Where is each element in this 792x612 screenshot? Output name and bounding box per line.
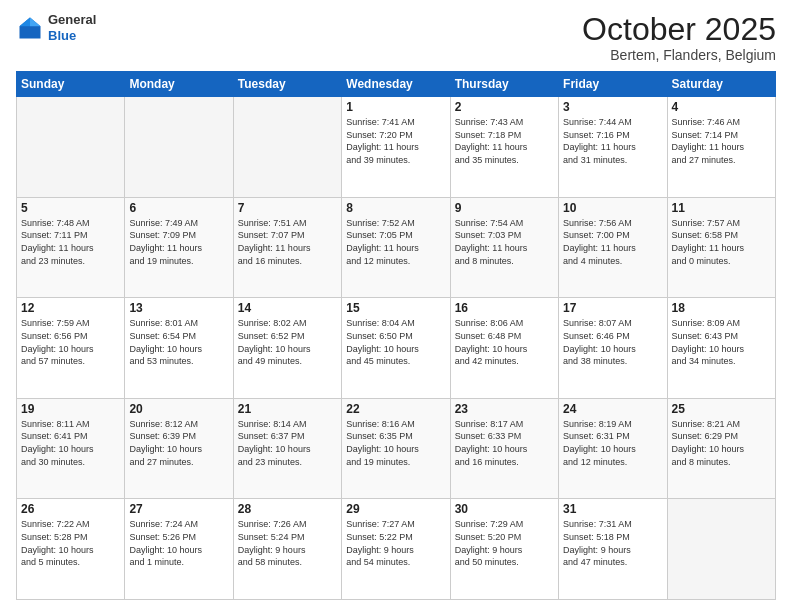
- calendar-cell: 30Sunrise: 7:29 AM Sunset: 5:20 PM Dayli…: [450, 499, 558, 600]
- day-info: Sunrise: 8:04 AM Sunset: 6:50 PM Dayligh…: [346, 317, 445, 367]
- day-info: Sunrise: 8:21 AM Sunset: 6:29 PM Dayligh…: [672, 418, 771, 468]
- day-number: 13: [129, 301, 228, 315]
- day-number: 16: [455, 301, 554, 315]
- logo-text: General Blue: [48, 12, 96, 43]
- day-number: 15: [346, 301, 445, 315]
- calendar-week-row: 1Sunrise: 7:41 AM Sunset: 7:20 PM Daylig…: [17, 97, 776, 198]
- day-info: Sunrise: 8:17 AM Sunset: 6:33 PM Dayligh…: [455, 418, 554, 468]
- day-info: Sunrise: 7:52 AM Sunset: 7:05 PM Dayligh…: [346, 217, 445, 267]
- logo-blue: Blue: [48, 28, 96, 44]
- calendar-cell: [233, 97, 341, 198]
- day-info: Sunrise: 7:43 AM Sunset: 7:18 PM Dayligh…: [455, 116, 554, 166]
- day-number: 8: [346, 201, 445, 215]
- calendar-cell: 25Sunrise: 8:21 AM Sunset: 6:29 PM Dayli…: [667, 398, 775, 499]
- day-info: Sunrise: 7:57 AM Sunset: 6:58 PM Dayligh…: [672, 217, 771, 267]
- day-number: 11: [672, 201, 771, 215]
- day-number: 17: [563, 301, 662, 315]
- calendar-cell: 5Sunrise: 7:48 AM Sunset: 7:11 PM Daylig…: [17, 197, 125, 298]
- day-info: Sunrise: 8:19 AM Sunset: 6:31 PM Dayligh…: [563, 418, 662, 468]
- calendar-cell: 28Sunrise: 7:26 AM Sunset: 5:24 PM Dayli…: [233, 499, 341, 600]
- day-info: Sunrise: 7:46 AM Sunset: 7:14 PM Dayligh…: [672, 116, 771, 166]
- calendar-cell: 27Sunrise: 7:24 AM Sunset: 5:26 PM Dayli…: [125, 499, 233, 600]
- day-number: 4: [672, 100, 771, 114]
- weekday-header: Monday: [125, 72, 233, 97]
- weekday-header: Friday: [559, 72, 667, 97]
- day-info: Sunrise: 7:44 AM Sunset: 7:16 PM Dayligh…: [563, 116, 662, 166]
- day-info: Sunrise: 7:27 AM Sunset: 5:22 PM Dayligh…: [346, 518, 445, 568]
- calendar-cell: 14Sunrise: 8:02 AM Sunset: 6:52 PM Dayli…: [233, 298, 341, 399]
- calendar-subtitle: Bertem, Flanders, Belgium: [582, 47, 776, 63]
- calendar-cell: 16Sunrise: 8:06 AM Sunset: 6:48 PM Dayli…: [450, 298, 558, 399]
- calendar-week-row: 19Sunrise: 8:11 AM Sunset: 6:41 PM Dayli…: [17, 398, 776, 499]
- calendar-cell: 31Sunrise: 7:31 AM Sunset: 5:18 PM Dayli…: [559, 499, 667, 600]
- header: General Blue October 2025 Bertem, Flande…: [16, 12, 776, 63]
- svg-marker-1: [30, 17, 41, 26]
- day-number: 22: [346, 402, 445, 416]
- day-number: 9: [455, 201, 554, 215]
- calendar-title: October 2025: [582, 12, 776, 47]
- calendar-cell: 26Sunrise: 7:22 AM Sunset: 5:28 PM Dayli…: [17, 499, 125, 600]
- day-info: Sunrise: 8:12 AM Sunset: 6:39 PM Dayligh…: [129, 418, 228, 468]
- calendar-cell: 10Sunrise: 7:56 AM Sunset: 7:00 PM Dayli…: [559, 197, 667, 298]
- calendar-cell: 13Sunrise: 8:01 AM Sunset: 6:54 PM Dayli…: [125, 298, 233, 399]
- calendar-cell: 23Sunrise: 8:17 AM Sunset: 6:33 PM Dayli…: [450, 398, 558, 499]
- day-info: Sunrise: 7:26 AM Sunset: 5:24 PM Dayligh…: [238, 518, 337, 568]
- calendar-cell: 4Sunrise: 7:46 AM Sunset: 7:14 PM Daylig…: [667, 97, 775, 198]
- calendar-cell: 24Sunrise: 8:19 AM Sunset: 6:31 PM Dayli…: [559, 398, 667, 499]
- day-number: 25: [672, 402, 771, 416]
- day-number: 12: [21, 301, 120, 315]
- day-number: 18: [672, 301, 771, 315]
- day-info: Sunrise: 7:49 AM Sunset: 7:09 PM Dayligh…: [129, 217, 228, 267]
- day-info: Sunrise: 8:16 AM Sunset: 6:35 PM Dayligh…: [346, 418, 445, 468]
- day-info: Sunrise: 8:06 AM Sunset: 6:48 PM Dayligh…: [455, 317, 554, 367]
- page: General Blue October 2025 Bertem, Flande…: [0, 0, 792, 612]
- weekday-header: Thursday: [450, 72, 558, 97]
- calendar-cell: 17Sunrise: 8:07 AM Sunset: 6:46 PM Dayli…: [559, 298, 667, 399]
- calendar-cell: 11Sunrise: 7:57 AM Sunset: 6:58 PM Dayli…: [667, 197, 775, 298]
- day-info: Sunrise: 7:31 AM Sunset: 5:18 PM Dayligh…: [563, 518, 662, 568]
- calendar-cell: 6Sunrise: 7:49 AM Sunset: 7:09 PM Daylig…: [125, 197, 233, 298]
- day-number: 1: [346, 100, 445, 114]
- day-info: Sunrise: 7:41 AM Sunset: 7:20 PM Dayligh…: [346, 116, 445, 166]
- calendar-cell: 12Sunrise: 7:59 AM Sunset: 6:56 PM Dayli…: [17, 298, 125, 399]
- day-number: 29: [346, 502, 445, 516]
- calendar-cell: 22Sunrise: 8:16 AM Sunset: 6:35 PM Dayli…: [342, 398, 450, 499]
- calendar-table: SundayMondayTuesdayWednesdayThursdayFrid…: [16, 71, 776, 600]
- day-info: Sunrise: 7:24 AM Sunset: 5:26 PM Dayligh…: [129, 518, 228, 568]
- logo: General Blue: [16, 12, 96, 43]
- svg-marker-2: [20, 17, 31, 26]
- logo-general: General: [48, 12, 96, 28]
- weekday-header: Sunday: [17, 72, 125, 97]
- calendar-cell: 1Sunrise: 7:41 AM Sunset: 7:20 PM Daylig…: [342, 97, 450, 198]
- calendar-cell: 29Sunrise: 7:27 AM Sunset: 5:22 PM Dayli…: [342, 499, 450, 600]
- day-number: 2: [455, 100, 554, 114]
- day-info: Sunrise: 8:11 AM Sunset: 6:41 PM Dayligh…: [21, 418, 120, 468]
- calendar-cell: 15Sunrise: 8:04 AM Sunset: 6:50 PM Dayli…: [342, 298, 450, 399]
- day-number: 20: [129, 402, 228, 416]
- day-number: 27: [129, 502, 228, 516]
- calendar-cell: 18Sunrise: 8:09 AM Sunset: 6:43 PM Dayli…: [667, 298, 775, 399]
- weekday-header: Tuesday: [233, 72, 341, 97]
- day-number: 6: [129, 201, 228, 215]
- day-number: 3: [563, 100, 662, 114]
- calendar-week-row: 5Sunrise: 7:48 AM Sunset: 7:11 PM Daylig…: [17, 197, 776, 298]
- day-number: 7: [238, 201, 337, 215]
- day-info: Sunrise: 7:22 AM Sunset: 5:28 PM Dayligh…: [21, 518, 120, 568]
- day-number: 14: [238, 301, 337, 315]
- calendar-week-row: 26Sunrise: 7:22 AM Sunset: 5:28 PM Dayli…: [17, 499, 776, 600]
- title-block: October 2025 Bertem, Flanders, Belgium: [582, 12, 776, 63]
- day-number: 23: [455, 402, 554, 416]
- header-row: SundayMondayTuesdayWednesdayThursdayFrid…: [17, 72, 776, 97]
- day-info: Sunrise: 7:56 AM Sunset: 7:00 PM Dayligh…: [563, 217, 662, 267]
- calendar-cell: 8Sunrise: 7:52 AM Sunset: 7:05 PM Daylig…: [342, 197, 450, 298]
- day-info: Sunrise: 7:29 AM Sunset: 5:20 PM Dayligh…: [455, 518, 554, 568]
- day-info: Sunrise: 7:51 AM Sunset: 7:07 PM Dayligh…: [238, 217, 337, 267]
- calendar-week-row: 12Sunrise: 7:59 AM Sunset: 6:56 PM Dayli…: [17, 298, 776, 399]
- calendar-cell: [125, 97, 233, 198]
- calendar-cell: 3Sunrise: 7:44 AM Sunset: 7:16 PM Daylig…: [559, 97, 667, 198]
- day-info: Sunrise: 8:14 AM Sunset: 6:37 PM Dayligh…: [238, 418, 337, 468]
- day-number: 26: [21, 502, 120, 516]
- calendar-cell: 2Sunrise: 7:43 AM Sunset: 7:18 PM Daylig…: [450, 97, 558, 198]
- logo-icon: [16, 14, 44, 42]
- weekday-header: Saturday: [667, 72, 775, 97]
